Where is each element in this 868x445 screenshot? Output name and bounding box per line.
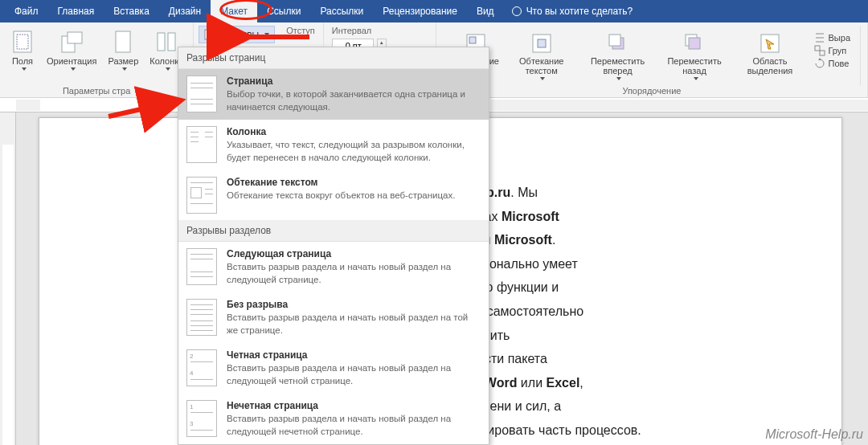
group-button[interactable]: Груп (814, 45, 850, 56)
chevron-down-icon (166, 67, 170, 71)
svg-rect-18 (815, 46, 820, 51)
send-backward-button[interactable]: Переместить назад (660, 29, 730, 84)
orientation-button[interactable]: Ориентация (43, 26, 100, 86)
page-setup-group-label: Параметры стра (63, 86, 130, 96)
chevron-down-icon (616, 77, 621, 80)
svg-rect-7 (205, 30, 209, 39)
dd-item-nextpage[interactable]: Следующая страницаВставить разрыв раздел… (178, 242, 489, 292)
svg-rect-6 (168, 33, 175, 51)
chevron-down-icon (122, 67, 127, 71)
svg-rect-19 (820, 51, 825, 55)
spacing-label: Интервал (332, 26, 428, 35)
tab-review[interactable]: Рецензирование (373, 0, 467, 22)
dd-item-page[interactable]: СтраницаВыбор точки, в которой заканчива… (178, 69, 489, 120)
align-group: Выра Груп Пове (811, 29, 854, 84)
tab-insert[interactable]: Вставка (104, 0, 159, 22)
rotate-button[interactable]: Пове (814, 58, 850, 69)
dd-item-textwrap[interactable]: Обтекание текстомОбтекание текста вокруг… (178, 170, 489, 220)
wrap-icon (530, 32, 553, 55)
indent-label: Отступ (286, 26, 315, 35)
tab-references[interactable]: Ссылки (257, 0, 310, 22)
tab-layout[interactable]: Макет (211, 0, 257, 22)
tell-me[interactable]: Что вы хотите сделать? (504, 6, 641, 17)
svg-rect-16 (689, 38, 700, 49)
svg-rect-10 (469, 37, 476, 43)
arrange-group: Положение Обтекание текстом Переместить … (436, 22, 868, 97)
textwrap-thumb-icon (186, 177, 217, 214)
svg-rect-12 (538, 39, 546, 47)
align-button[interactable]: Выра (814, 32, 850, 43)
tab-bar: Файл Главная Вставка Дизайн Макет Ссылки… (0, 0, 868, 22)
nextpage-thumb-icon (186, 248, 217, 285)
chevron-down-icon (71, 67, 76, 71)
tab-mailings[interactable]: Рассылки (310, 0, 373, 22)
size-button[interactable]: Размер (104, 26, 141, 86)
svg-rect-8 (211, 30, 215, 39)
dd-section-pages: Разрывы страниц (178, 47, 489, 69)
tab-design[interactable]: Дизайн (159, 0, 211, 22)
chevron-down-icon (264, 33, 269, 36)
backward-icon (683, 32, 706, 55)
dd-section-sections: Разрывы разделов (178, 220, 489, 242)
dd-item-evenpage[interactable]: 24 Четная страницаВставить разрыв раздел… (178, 343, 489, 394)
tell-me-label: Что вы хотите сделать? (526, 6, 633, 17)
breaks-button[interactable]: Разрывы (199, 26, 275, 43)
bring-forward-button[interactable]: Переместить вперед (581, 29, 655, 84)
columns-icon (154, 29, 179, 55)
svg-rect-5 (158, 33, 165, 51)
dd-item-oddpage[interactable]: 13 Нечетная страницаВставить разрыв разд… (178, 394, 489, 444)
tab-view[interactable]: Вид (467, 0, 504, 22)
svg-rect-4 (116, 31, 130, 52)
tab-file[interactable]: Файл (5, 0, 48, 22)
margins-button[interactable]: Поля (6, 26, 39, 86)
wrap-text-button[interactable]: Обтекание текстом (507, 29, 576, 84)
svg-rect-14 (609, 35, 620, 46)
chevron-down-icon (694, 77, 698, 80)
orientation-icon (59, 29, 84, 55)
bulb-icon (512, 6, 522, 16)
selection-pane-button[interactable]: Область выделения (735, 29, 806, 84)
column-thumb-icon (186, 126, 217, 163)
chevron-down-icon (540, 77, 545, 80)
size-icon (110, 29, 136, 55)
continuous-thumb-icon (186, 299, 217, 336)
margins-icon (10, 29, 35, 55)
svg-rect-3 (68, 32, 82, 43)
tab-home[interactable]: Главная (48, 0, 104, 22)
arrange-group-label: Упорядочение (622, 86, 681, 96)
page-thumb-icon (186, 76, 217, 112)
watermark: Microsoft-Help.ru (765, 427, 863, 442)
dd-item-continuous[interactable]: Без разрываВставить разрыв раздела и нач… (178, 292, 489, 343)
selection-icon (759, 32, 781, 55)
forward-icon (607, 32, 629, 55)
dd-item-column[interactable]: КолонкаУказывает, что текст, следующий з… (178, 120, 489, 170)
vertical-ruler[interactable] (0, 112, 16, 445)
breaks-icon (204, 29, 215, 40)
breaks-dropdown: Разрывы страниц СтраницаВыбор точки, в к… (178, 47, 489, 445)
chevron-down-icon (22, 67, 27, 71)
page-setup-group: Поля Ориентация Размер Колонки Параметры… (0, 22, 194, 97)
evenpage-thumb-icon: 24 (186, 349, 217, 386)
oddpage-thumb-icon: 13 (186, 400, 217, 437)
